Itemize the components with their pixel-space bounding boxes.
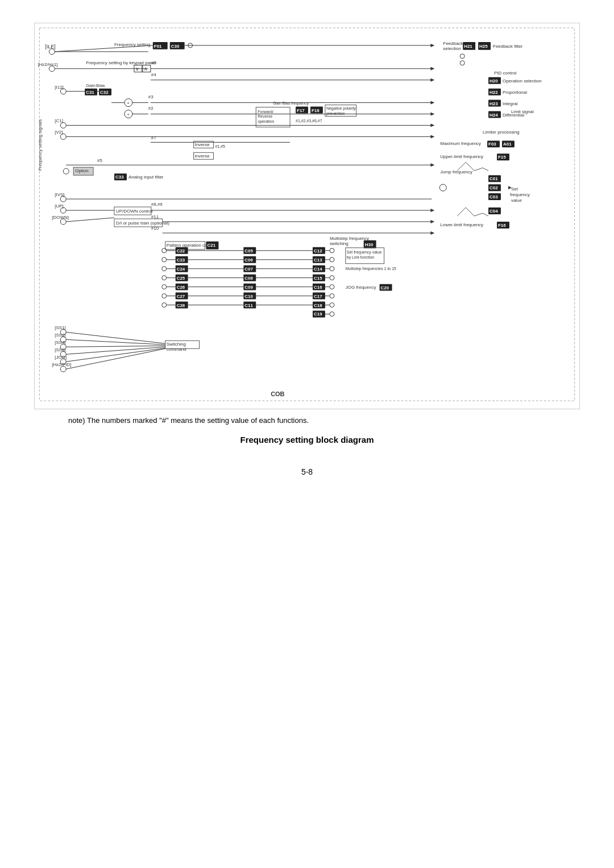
svg-text:C02: C02 xyxy=(489,185,498,190)
svg-text:A01: A01 xyxy=(503,142,512,147)
svg-text:[I12]: [I12] xyxy=(55,85,64,90)
svg-text:C21: C21 xyxy=(208,243,216,248)
svg-text:[JOG]: [JOG] xyxy=(55,355,67,360)
svg-text:UP/DOWN control: UP/DOWN control xyxy=(116,209,153,214)
svg-text:H25: H25 xyxy=(479,44,488,49)
svg-text:[V2]: [V2] xyxy=(55,130,63,135)
svg-text:Bias: Bias xyxy=(96,83,105,88)
svg-text:Set: Set xyxy=(511,186,518,192)
svg-text:[IVS]: [IVS] xyxy=(55,192,64,197)
svg-text:Multistep frequency: Multistep frequency xyxy=(330,236,369,241)
svg-text:+: + xyxy=(127,101,130,106)
svg-text:C19: C19 xyxy=(314,312,322,317)
svg-text:Limiter processing: Limiter processing xyxy=(483,130,520,135)
svg-text:C22: C22 xyxy=(177,248,185,254)
svg-text:#1,#2,#3,#6,#7: #1,#2,#3,#6,#7 xyxy=(296,119,322,123)
svg-text:Differential: Differential xyxy=(503,113,524,118)
svg-marker-275 xyxy=(430,78,434,82)
svg-text:value: value xyxy=(511,198,522,203)
svg-point-170 xyxy=(330,258,334,262)
svg-text:C16: C16 xyxy=(314,285,322,290)
svg-text:Reverse: Reverse xyxy=(258,115,272,119)
svg-text:[DOWN]: [DOWN] xyxy=(52,215,69,220)
svg-text:#11: #11 xyxy=(151,214,159,219)
svg-text:Frequency setting: Frequency setting xyxy=(114,42,150,47)
svg-text:Lower-limit frequency: Lower-limit frequency xyxy=(440,222,483,227)
svg-text:frequency: frequency xyxy=(510,192,530,197)
svg-text:[SS8]: [SS8] xyxy=(55,347,66,352)
svg-point-271 xyxy=(439,184,446,191)
svg-text:H24: H24 xyxy=(489,113,498,118)
svg-text:#1,#5: #1,#5 xyxy=(215,144,225,148)
svg-line-220 xyxy=(66,347,165,354)
svg-text:C03: C03 xyxy=(489,194,498,200)
svg-text:H23: H23 xyxy=(489,101,498,106)
svg-text:C31: C31 xyxy=(86,90,94,95)
svg-text:C18: C18 xyxy=(314,303,322,308)
svg-text:operation: operation xyxy=(258,119,274,124)
svg-marker-276 xyxy=(430,101,434,105)
svg-text:C13: C13 xyxy=(314,258,322,263)
svg-text:Gain: Gain xyxy=(86,83,96,88)
svg-text:C08: C08 xyxy=(244,276,253,281)
svg-text:Inverse: Inverse xyxy=(195,142,210,147)
svg-point-152 xyxy=(162,258,167,262)
svg-line-221 xyxy=(66,348,165,362)
note-text: note) The numbers marked "#" means the s… xyxy=(68,416,580,425)
svg-text:by Link function: by Link function xyxy=(347,255,375,260)
svg-line-219 xyxy=(66,346,165,347)
svg-text:Forward/: Forward/ xyxy=(258,110,273,114)
svg-text:command: command xyxy=(167,347,186,352)
svg-point-76 xyxy=(63,168,69,174)
svg-text:Frequency setting by keypad pa: Frequency setting by keypad panel xyxy=(86,60,156,65)
svg-text:[Hz2/PID]: [Hz2/PID] xyxy=(52,362,71,367)
svg-point-151 xyxy=(162,248,167,253)
svg-text:[SS4]: [SS4] xyxy=(55,340,66,345)
svg-text:H30: H30 xyxy=(365,242,374,247)
page-number: 5-8 xyxy=(34,467,580,476)
svg-line-222 xyxy=(66,348,165,369)
svg-marker-279 xyxy=(430,135,434,138)
svg-point-173 xyxy=(330,285,334,289)
svg-text:#0: #0 xyxy=(151,60,156,65)
svg-text:C15: C15 xyxy=(314,276,322,281)
svg-text:C04: C04 xyxy=(489,209,498,214)
svg-text:Upper-limit frequency: Upper-limit frequency xyxy=(440,154,483,159)
svg-text:C25: C25 xyxy=(177,276,185,281)
svg-point-175 xyxy=(330,303,334,308)
svg-text:C01: C01 xyxy=(489,176,498,181)
svg-text:C27: C27 xyxy=(177,294,185,299)
svg-point-157 xyxy=(162,303,167,308)
svg-text:#10: #10 xyxy=(151,226,159,231)
svg-text:C06: C06 xyxy=(244,258,253,263)
svg-text:PID control: PID control xyxy=(494,70,517,76)
svg-text:F15: F15 xyxy=(498,155,506,160)
svg-text:C30: C30 xyxy=(171,44,180,49)
svg-point-230 xyxy=(460,54,464,59)
svg-marker-280 xyxy=(430,163,434,167)
svg-text:Inverse: Inverse xyxy=(195,153,210,159)
svg-text:Set frequency value: Set frequency value xyxy=(347,250,382,255)
svg-text:C09: C09 xyxy=(244,285,253,290)
svg-text:C10: C10 xyxy=(244,294,253,299)
svg-text:C14: C14 xyxy=(314,267,322,272)
svg-marker-282 xyxy=(430,220,434,223)
svg-text:C17: C17 xyxy=(314,294,322,299)
svg-text:C11: C11 xyxy=(244,303,253,308)
svg-text:[Hz2/Hz1]: [Hz2/Hz1] xyxy=(38,62,57,67)
svg-text:[UP]: [UP] xyxy=(55,203,64,209)
page: [ILE] Frequency setting F01 C30 [Hz2/Hz1… xyxy=(0,0,614,868)
svg-text:+: + xyxy=(127,112,130,117)
svg-text:C12: C12 xyxy=(314,248,322,254)
svg-text:Negative polarity: Negative polarity xyxy=(326,106,356,111)
svg-text:#3: #3 xyxy=(148,94,154,99)
svg-point-176 xyxy=(330,312,334,317)
diagram-container: [ILE] Frequency setting F01 C30 [Hz2/Hz1… xyxy=(34,23,580,409)
svg-text:H22: H22 xyxy=(489,90,498,95)
svg-text:F18: F18 xyxy=(312,108,320,113)
svg-text:H21: H21 xyxy=(464,44,472,49)
svg-point-156 xyxy=(162,294,167,298)
svg-marker-274 xyxy=(430,67,434,70)
svg-text:[ILE]: [ILE] xyxy=(45,44,55,49)
svg-text:D/I or pulse train (optional): D/I or pulse train (optional) xyxy=(116,221,169,226)
